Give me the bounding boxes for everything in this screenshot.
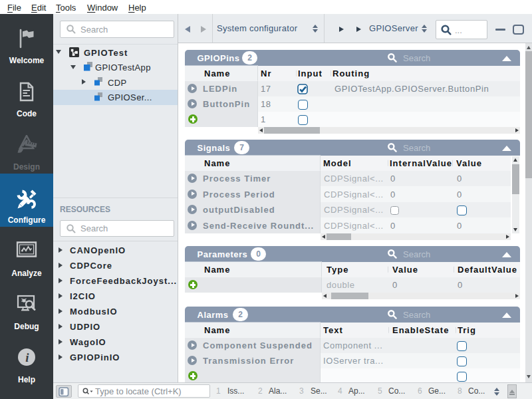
svg-text:i: i [25,350,29,364]
